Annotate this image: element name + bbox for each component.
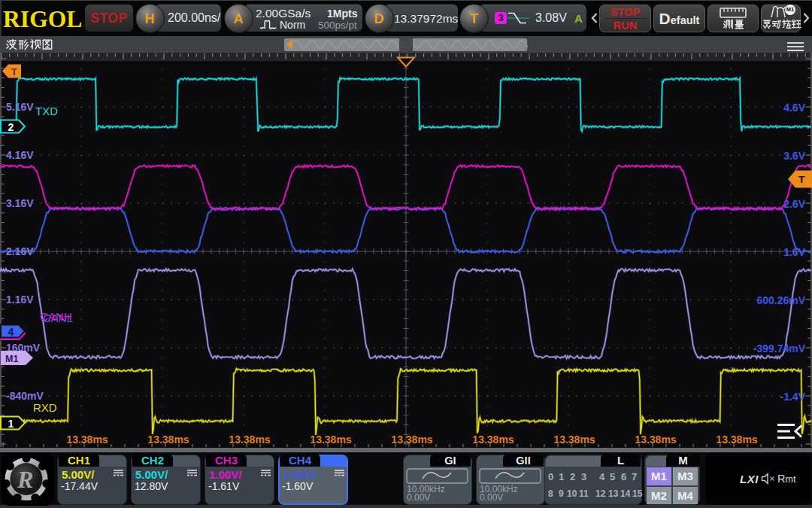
svg-text:M1: M1 — [5, 354, 18, 364]
svg-text:R: R — [17, 466, 33, 493]
svg-text:T: T — [11, 67, 17, 78]
svg-text:4: 4 — [8, 326, 14, 338]
svg-text:1: 1 — [8, 418, 14, 430]
svg-text:2: 2 — [8, 121, 14, 133]
svg-text:T: T — [798, 174, 805, 185]
